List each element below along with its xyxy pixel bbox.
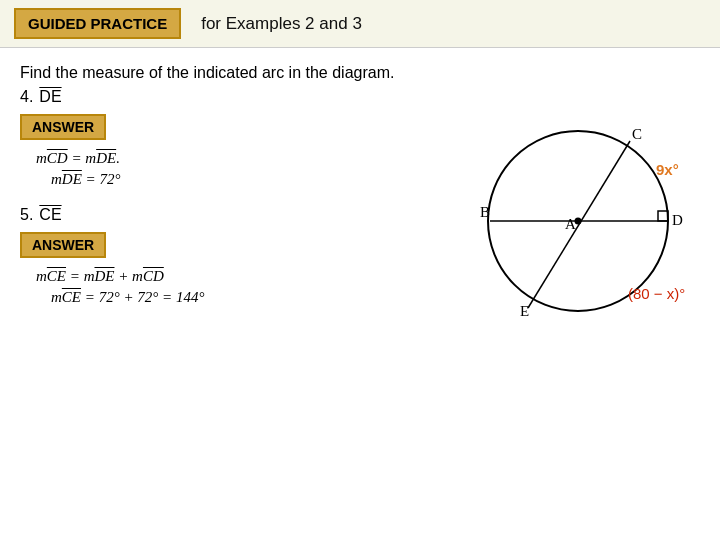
label-C: C (632, 126, 642, 142)
answer-badge-4: ANSWER (20, 114, 106, 140)
svg-line-3 (528, 141, 630, 308)
svg-rect-4 (658, 211, 668, 221)
problem-5-number: 5. (20, 206, 33, 224)
label-E: E (520, 303, 529, 319)
problem-4-number: 4. (20, 88, 33, 106)
label-B: B (480, 204, 490, 220)
answer-badge-5: ANSWER (20, 232, 106, 258)
problem-4-arc: DE (39, 88, 61, 106)
header-title: for Examples 2 and 3 (201, 14, 362, 34)
guided-badge: GUIDED PRACTICE (14, 8, 181, 39)
circle-diagram: A B C D E 9x° (80 − x)° (460, 103, 700, 343)
label-A: A (565, 216, 576, 232)
arc-label-80x: (80 − x)° (628, 285, 685, 302)
main-content: Find the measure of the indicated arc in… (0, 48, 720, 326)
arc-label-9x: 9x° (656, 161, 679, 178)
diagram-svg: A B C D E 9x° (80 − x)° (460, 103, 700, 343)
problem-5-arc: CE (39, 206, 61, 224)
instruction-text: Find the measure of the indicated arc in… (20, 64, 700, 82)
header: GUIDED PRACTICE for Examples 2 and 3 (0, 0, 720, 48)
label-D: D (672, 212, 683, 228)
